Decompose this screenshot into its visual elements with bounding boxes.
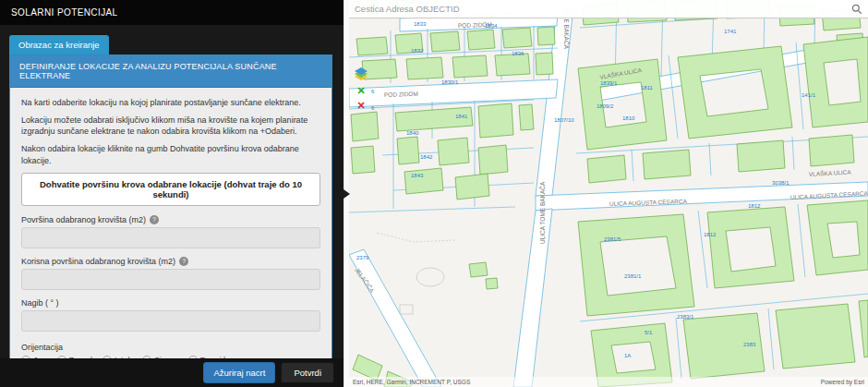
parcel-label: 1812 <box>748 203 761 209</box>
parcel-label: 1833 <box>414 21 427 27</box>
parcel-label: 1839/1 <box>600 80 618 86</box>
parcel-label: 1842 <box>420 154 433 160</box>
roof-area-label: Površina odabranog krovišta (m2) <box>21 215 146 224</box>
panel-body: Na karti odaberite lokaciju na kojoj pla… <box>10 88 332 387</box>
orientation-label: Orijentacija <box>21 343 320 352</box>
panel-footer: Ažuriraj nacrt Potvrdi <box>0 358 344 387</box>
parcel-label: 1832 <box>411 48 424 54</box>
help-icon[interactable] <box>179 257 188 266</box>
help-icon[interactable] <box>150 215 159 224</box>
instruction-1: Na karti odaberite lokaciju na kojoj pla… <box>21 97 320 108</box>
layers-icon[interactable] <box>354 67 368 81</box>
street-label: ULICA TOME BAKAČA <box>538 181 546 244</box>
app-title: SOLARNI POTENCIJAL <box>0 0 344 25</box>
parcel-label: 3038/1 <box>772 180 790 186</box>
parcel-label: 1812 <box>704 232 717 237</box>
parcel-label: 1841 <box>455 114 468 119</box>
parcel-label: 1807/10 <box>554 117 574 123</box>
parcel-label: 1834 <box>485 23 498 29</box>
attribution-text: Esri, HERE, Garmin, INCREMENT P, USGS <box>353 379 470 385</box>
map-attribution-bar: Esri, HERE, Garmin, INCREMENT P, USGS Po… <box>349 377 868 387</box>
parcel-label: 1741 <box>724 29 737 34</box>
confirm-button[interactable]: Potvrdi <box>281 362 334 383</box>
parcel-label: 1840 <box>406 130 419 136</box>
map-tools: ✕ ✕ <box>354 67 368 111</box>
instruction-3: Nakon odabira lokacije kliknite na gumb … <box>21 143 320 165</box>
tab-create-form[interactable]: Obrazac za kreiranje <box>9 35 109 55</box>
powered-by-text: Powered by Esri <box>821 379 864 385</box>
parcel-label: 1809/2 <box>597 103 614 109</box>
parcel-label: 1843 <box>411 173 424 178</box>
parcel-label: 1810 <box>622 115 635 121</box>
roof-area-input[interactable] <box>21 227 320 248</box>
parcel-label: 141/1 <box>802 92 816 98</box>
useful-area-label-row: Korisna površina odabranog krovišta (m2) <box>21 257 320 266</box>
instruction-2: Lokaciju možete odabrati isključivo klik… <box>21 115 320 137</box>
fetch-roof-area-button[interactable]: Dohvatite površinu krova odabrane lokaci… <box>21 173 320 206</box>
slope-label: Nagib ( ° ) <box>21 298 59 308</box>
parcel-label: 1830/1 <box>441 79 459 85</box>
panel-title: DEFINIRANJE LOKACIJE ZA ANALIZU POTENCIJ… <box>10 55 332 88</box>
parcel-label: 2379 <box>356 255 369 260</box>
useful-area-label: Korisna površina odabranog krovišta (m2) <box>21 257 175 266</box>
roof-area-label-row: Površina odabranog krovišta (m2) <box>21 215 320 224</box>
useful-area-input[interactable] <box>21 269 320 290</box>
left-panel: SOLARNI POTENCIJAL Obrazac za kreiranje … <box>0 0 344 387</box>
map-search-input[interactable] <box>355 4 851 14</box>
map-canvas[interactable]: POD ZIDOMPOD ZIDOMOME BAKAČAVLAŠKA ULICA… <box>349 0 868 387</box>
slope-input[interactable] <box>21 310 320 332</box>
street-label: POD ZIDOM <box>384 91 418 98</box>
map-container[interactable]: POD ZIDOMPOD ZIDOMOME BAKAČAVLAŠKA ULICA… <box>349 0 868 387</box>
parcel-label: 1A <box>624 353 631 358</box>
update-draft-button[interactable]: Ažuriraj nacrt <box>203 362 275 383</box>
search-icon[interactable] <box>851 4 862 15</box>
collapse-panel-arrow-icon[interactable] <box>344 189 350 199</box>
parcel-label: 2381/1 <box>624 273 642 279</box>
location-form-panel: DEFINIRANJE LOKACIJE ZA ANALIZU POTENCIJ… <box>9 54 332 387</box>
parcel-label: 2383/1 <box>677 314 694 320</box>
delete-marker-red-icon[interactable]: ✕ <box>356 101 365 111</box>
parcel-label: 1811 <box>641 85 654 91</box>
parcel-label: 1836 <box>512 51 524 56</box>
select-marker-green-icon[interactable]: ✕ <box>356 86 365 96</box>
parcel-label: 5/1 <box>645 330 653 335</box>
page-root: SOLARNI POTENCIJAL Obrazac za kreiranje … <box>0 0 868 387</box>
parcel-label: 2383 <box>743 342 756 347</box>
slope-label-row: Nagib ( ° ) <box>21 298 320 308</box>
parcel-label: 2381/5 <box>604 236 621 242</box>
map-search-bar <box>349 0 868 18</box>
